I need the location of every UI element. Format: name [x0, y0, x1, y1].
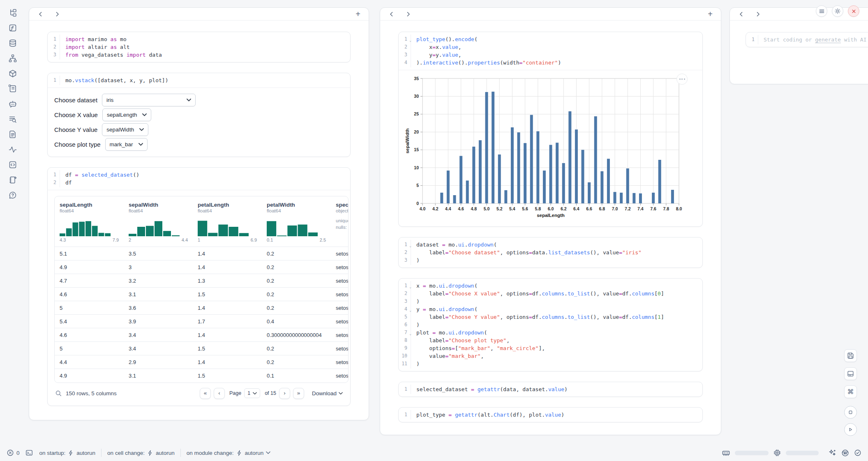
code-editor-selected-dataset[interactable]: 1selected_dataset = getattr(data, datase…: [399, 382, 702, 396]
table-row[interactable]: 4.63.11.50.2setosa: [55, 288, 349, 301]
code-editor-vstack[interactable]: 1mo.vstack([dataset, x, y, plot]): [48, 73, 350, 88]
prev-page-button[interactable]: ‹: [214, 388, 225, 399]
bar: [472, 147, 475, 203]
bar: [658, 160, 661, 203]
table-row[interactable]: 4.931.40.2setosa: [55, 260, 349, 274]
dropdown-select[interactable]: sepalLength: [102, 108, 152, 121]
code-editor-dataframe[interactable]: 1df = selected_dataset()2df: [48, 168, 350, 190]
table-cell: 3.5: [124, 247, 193, 260]
code-editor-imports[interactable]: 1import marimo as mo2import altair as al…: [48, 32, 350, 62]
column-header[interactable]: sepalWidthfloat6424.4: [124, 196, 193, 247]
table-row[interactable]: 5.43.91.70.4setosa: [55, 315, 349, 328]
bar: [633, 193, 635, 203]
dropdown-select[interactable]: iris: [102, 94, 196, 106]
bar: [517, 132, 520, 203]
app-frame-button[interactable]: [844, 406, 857, 419]
help-icon[interactable]: [9, 191, 17, 199]
line-number: 8: [399, 337, 411, 344]
logs-search-icon[interactable]: [9, 115, 17, 123]
layout-button[interactable]: [844, 367, 857, 380]
table-row[interactable]: 4.93.11.50.1setosa: [55, 369, 349, 383]
generate-link[interactable]: generate: [815, 37, 841, 43]
save-button[interactable]: [844, 349, 857, 362]
settings-button[interactable]: [832, 5, 843, 17]
activity-pulse-icon[interactable]: [9, 145, 17, 154]
function-icon[interactable]: [9, 23, 17, 32]
next-page-button[interactable]: ›: [279, 388, 290, 399]
add-cell-button[interactable]: +: [356, 10, 360, 18]
search-icon[interactable]: [55, 390, 62, 397]
file-tree-icon[interactable]: [9, 8, 17, 17]
table-row[interactable]: 4.63.41.40.30000000000000004setosa: [55, 328, 349, 342]
first-page-button[interactable]: «: [200, 388, 211, 399]
ai-sparkles-icon[interactable]: [829, 449, 836, 457]
prev-column-icon[interactable]: [738, 11, 744, 17]
code-line: 3from vega_datasets import data: [48, 51, 350, 59]
copilot-icon[interactable]: [841, 449, 849, 457]
errors-indicator[interactable]: 0: [7, 449, 20, 456]
add-cell-button[interactable]: +: [708, 10, 713, 18]
terminal-button[interactable]: [25, 449, 33, 456]
line-number: 3: [399, 51, 411, 59]
prev-column-icon[interactable]: [37, 11, 44, 17]
column-header[interactable]: speciesobjectunique:nulls:: [331, 196, 349, 247]
bar: [511, 127, 514, 203]
table-row[interactable]: 4.42.91.40.2setosa: [55, 355, 349, 369]
dropdown-label: Choose dataset: [54, 97, 97, 104]
code-snippet-icon[interactable]: [9, 160, 17, 169]
last-page-button[interactable]: »: [293, 388, 304, 399]
dependency-graph-icon[interactable]: [9, 54, 17, 62]
table-cell: 3.4: [124, 328, 193, 342]
column-header[interactable]: petalWidthfloat640.12.5: [262, 196, 331, 247]
on-module-change-toggle[interactable]: on module change: autorun: [187, 450, 271, 456]
on-cell-change-toggle[interactable]: on cell change: autorun: [107, 450, 175, 456]
shutdown-button[interactable]: [848, 5, 859, 17]
bar: [466, 180, 469, 203]
svg-text:6.4: 6.4: [573, 206, 579, 211]
cell-vstack: 1mo.vstack([dataset, x, y, plot]) Choose…: [47, 73, 351, 157]
svg-text:7.0: 7.0: [612, 206, 618, 211]
document-icon[interactable]: [9, 130, 17, 138]
line-number: 7⌄: [399, 329, 411, 337]
svg-text:sepalLength: sepalLength: [537, 213, 565, 218]
dropdown-select[interactable]: sepalWidth: [102, 123, 148, 136]
next-column-icon[interactable]: [54, 11, 60, 17]
code-editor-empty[interactable]: 1 Start coding or generate with AI: [746, 32, 868, 47]
next-column-icon[interactable]: [755, 11, 761, 17]
table-footer: 150 rows, 5 columns « ‹ Page 1 of 15 › »: [54, 383, 344, 400]
menu-button[interactable]: [816, 5, 827, 17]
next-column-icon[interactable]: [405, 11, 411, 17]
column-header[interactable]: sepalLengthfloat644.37.9: [55, 196, 124, 247]
dropdown-row: Choose X valuesepalLength: [54, 108, 344, 121]
svg-text:30: 30: [414, 94, 419, 99]
code-line: 2 x=x.value,: [399, 43, 702, 51]
dropdown-select[interactable]: mark_bar: [105, 138, 148, 151]
chart-menu-button[interactable]: [676, 74, 688, 85]
download-button[interactable]: Download: [312, 390, 343, 396]
database-icon[interactable]: [9, 39, 17, 47]
scroll-icon[interactable]: [9, 84, 17, 93]
prev-column-icon[interactable]: [388, 11, 395, 17]
svg-text:5: 5: [416, 183, 419, 188]
table-row[interactable]: 4.73.21.30.2setosa: [55, 274, 349, 288]
code-editor-xy-plot[interactable]: 1⌄x = mo.ui.dropdown(2 label="Choose X v…: [399, 279, 702, 371]
run-button[interactable]: [844, 423, 857, 436]
table-row[interactable]: 53.41.50.2setosa: [55, 342, 349, 355]
on-startup-toggle[interactable]: on startup: autorun: [39, 450, 96, 456]
table-cell: 1.5: [193, 342, 262, 355]
code-editor-plot[interactable]: 1⌄plot_type().encode(2 x=x.value,3 y=y.v…: [399, 32, 702, 70]
code-line: 1import marimo as mo: [48, 35, 350, 43]
table-row[interactable]: 5.13.51.40.2setosa: [55, 247, 349, 260]
bar-chart[interactable]: 4.04.24.44.64.85.05.25.45.65.86.06.26.46…: [404, 75, 697, 223]
keyboard-shortcuts-button[interactable]: ⌘: [844, 385, 857, 398]
package-icon[interactable]: [9, 69, 17, 78]
chat-bot-icon[interactable]: [9, 99, 17, 108]
bar: [626, 168, 629, 203]
page-select[interactable]: 1: [244, 388, 260, 398]
code-editor-plot-type[interactable]: 1plot_type = getattr(alt.Chart(df), plot…: [399, 408, 702, 422]
table-row[interactable]: 53.61.40.2setosa: [55, 301, 349, 315]
column-header[interactable]: petalLengthfloat6416.9: [193, 196, 262, 247]
table-summary: 150 rows, 5 columns: [66, 390, 117, 396]
scratchpad-icon[interactable]: [9, 175, 17, 184]
code-editor-dataset[interactable]: 1⌄dataset = mo.ui.dropdown(2 label="Choo…: [399, 237, 702, 267]
